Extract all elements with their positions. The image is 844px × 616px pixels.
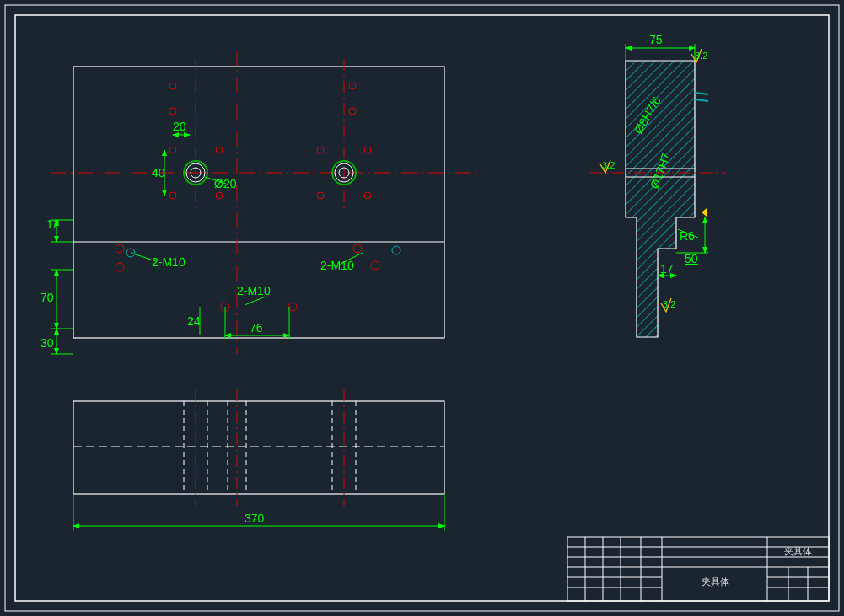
svg-point-20 <box>364 192 371 199</box>
svg-point-21 <box>169 83 176 89</box>
svg-point-16 <box>216 192 223 199</box>
svg-point-22 <box>349 83 356 89</box>
label-m10-left: 2-M10 <box>152 255 185 269</box>
dim-75: 75 <box>649 33 663 46</box>
svg-point-30 <box>392 246 400 254</box>
border-outer <box>5 5 839 611</box>
svg-point-17 <box>317 147 324 153</box>
svg-text:3.2: 3.2 <box>695 51 707 61</box>
front-view: 12 70 30 20 40 Ø20 2-M10 2-M10 2-M10 24 <box>40 51 481 354</box>
cad-drawing-canvas: 12 70 30 20 40 Ø20 2-M10 2-M10 2-M10 24 <box>0 0 844 616</box>
svg-rect-51 <box>73 401 444 494</box>
label-m10-right: 2-M10 <box>320 259 354 272</box>
dim-70: 70 <box>40 291 54 304</box>
border-inner <box>15 15 829 601</box>
svg-point-25 <box>116 244 124 253</box>
svg-line-65 <box>695 93 708 94</box>
dim-24: 24 <box>187 314 201 328</box>
svg-text:3.2: 3.2 <box>602 160 615 170</box>
title-part-name-bottom: 夹具体 <box>702 576 729 587</box>
title-part-name-top: 夹具体 <box>784 546 812 556</box>
dim-76: 76 <box>250 321 263 335</box>
svg-point-18 <box>364 147 371 153</box>
bottom-view: 370 <box>73 389 444 531</box>
surface-finish-icon: 3.2 <box>661 298 675 312</box>
svg-point-27 <box>353 244 362 253</box>
svg-line-66 <box>695 99 708 101</box>
svg-point-28 <box>371 261 379 270</box>
svg-line-46 <box>245 297 266 305</box>
dim-dia20: Ø20 <box>214 177 237 190</box>
label-m10-center: 2-M10 <box>237 284 271 297</box>
side-view: 75 3.2 3.2 3.2 Ø8H7/6 Ø17H7 R6 50 17 <box>590 33 725 337</box>
dim-r6: R6 <box>680 229 695 243</box>
svg-point-24 <box>349 108 356 115</box>
dim-12: 12 <box>46 217 60 231</box>
dim-20: 20 <box>173 120 186 133</box>
svg-text:3.2: 3.2 <box>663 299 675 309</box>
datum-marker-icon <box>702 208 707 217</box>
svg-point-23 <box>169 108 176 115</box>
svg-point-26 <box>116 263 124 271</box>
dim-17: 17 <box>660 262 674 276</box>
dim-40: 40 <box>152 166 165 179</box>
svg-point-15 <box>169 192 176 199</box>
svg-point-14 <box>216 147 223 153</box>
dim-50: 50 <box>685 252 698 265</box>
dim-30: 30 <box>40 336 54 350</box>
surface-finish-icon: 3.2 <box>600 160 615 173</box>
title-block: 夹具体 夹具体 <box>567 537 829 601</box>
svg-point-19 <box>317 192 324 199</box>
svg-point-13 <box>169 147 176 153</box>
dim-370: 370 <box>245 512 265 525</box>
